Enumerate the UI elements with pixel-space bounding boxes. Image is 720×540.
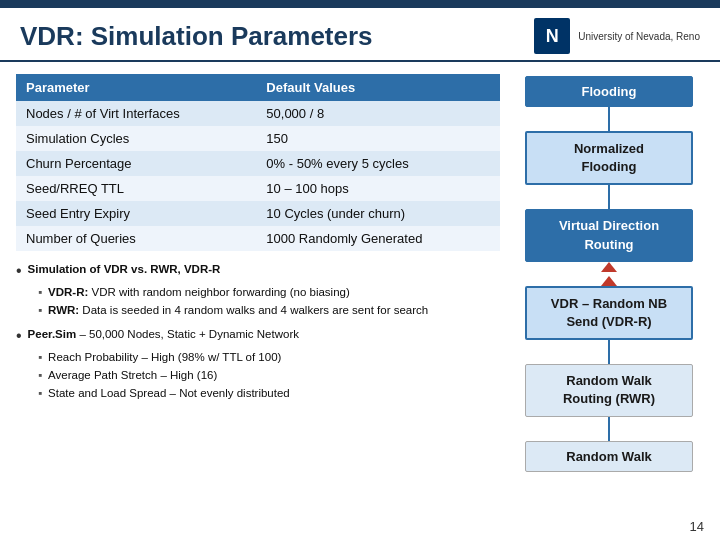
bullet-1-sub-2: ▪ RWR: Data is seeded in 4 random walks … <box>38 302 500 319</box>
main-content: Parameter Default Values Nodes / # of Vi… <box>0 62 720 540</box>
header: VDR: Simulation Parameters N University … <box>0 8 720 62</box>
bullet-2-sub-1-text: Reach Probability – High (98% w/ TTL of … <box>48 349 281 366</box>
box-vdr-r: VDR – Random NBSend (VDR-R) <box>525 286 693 340</box>
sub-dash-3: ▪ <box>38 349 42 366</box>
box-rwr: Random WalkRouting (RWR) <box>525 364 693 416</box>
param-name: Seed/RREQ TTL <box>16 176 256 201</box>
box-flooding: Flooding <box>525 76 693 107</box>
bullet-2: • Peer.Sim – 50,000 Nodes, Static + Dyna… <box>16 326 500 345</box>
page-number: 14 <box>690 519 704 534</box>
box-random-walk: Random Walk <box>525 441 693 472</box>
bullet-dot-2: • <box>16 326 22 345</box>
bullet-dot-1: • <box>16 261 22 280</box>
table-row: Churn Percentage0% - 50% every 5 cycles <box>16 151 500 176</box>
bullet-2-sub-3: ▪ State and Load Spread – Not evenly dis… <box>38 385 500 402</box>
bullet-1-sub-1-text: VDR-R: VDR with random neighbor forwardi… <box>48 284 350 301</box>
dotted-line-3 <box>608 185 610 197</box>
dotted-line-7 <box>608 417 610 429</box>
table-row: Nodes / # of Virt Interfaces50,000 / 8 <box>16 101 500 126</box>
bullet-1-sub-1: ▪ VDR-R: VDR with random neighbor forwar… <box>38 284 500 301</box>
bullet-1-sub-2-text: RWR: Data is seeded in 4 random walks an… <box>48 302 428 319</box>
param-value: 50,000 / 8 <box>256 101 500 126</box>
arrow-up-1 <box>601 262 617 272</box>
param-name: Churn Percentage <box>16 151 256 176</box>
university-logo: N <box>534 18 570 54</box>
bullet-2-text: Peer.Sim – 50,000 Nodes, Static + Dynami… <box>28 326 299 345</box>
bullet-2-sub-3-text: State and Load Spread – Not evenly distr… <box>48 385 290 402</box>
university-name: University of Nevada, Reno <box>578 30 700 43</box>
bullet-2-sub-2: ▪ Average Path Stretch – High (16) <box>38 367 500 384</box>
dotted-line-5 <box>608 340 610 352</box>
dotted-line-6 <box>608 352 610 364</box>
param-name: Seed Entry Expiry <box>16 201 256 226</box>
param-name: Simulation Cycles <box>16 126 256 151</box>
param-value: 10 – 100 hops <box>256 176 500 201</box>
table-row: Simulation Cycles150 <box>16 126 500 151</box>
dotted-line-1 <box>608 107 610 119</box>
bullets-section: • Simulation of VDR vs. RWR, VDR-R ▪ VDR… <box>16 261 500 404</box>
col-header-parameter: Parameter <box>16 74 256 101</box>
param-name: Nodes / # of Virt Interfaces <box>16 101 256 126</box>
sub-dash-4: ▪ <box>38 367 42 384</box>
arrow-up-2 <box>601 276 617 286</box>
table-row: Seed Entry Expiry10 Cycles (under churn) <box>16 201 500 226</box>
page-title: VDR: Simulation Parameters <box>20 21 373 52</box>
param-value: 0% - 50% every 5 cycles <box>256 151 500 176</box>
table-row: Number of Queries1000 Randomly Generated <box>16 226 500 251</box>
box-vdr: Virtual DirectionRouting <box>525 209 693 261</box>
col-header-default: Default Values <box>256 74 500 101</box>
dotted-line-2 <box>608 119 610 131</box>
left-section: Parameter Default Values Nodes / # of Vi… <box>16 74 500 530</box>
dotted-line-4 <box>608 197 610 209</box>
box-normalized-flooding: NormalizedFlooding <box>525 131 693 185</box>
bullet-1: • Simulation of VDR vs. RWR, VDR-R <box>16 261 500 280</box>
param-value: 10 Cycles (under churn) <box>256 201 500 226</box>
bullet-2-sub-2-text: Average Path Stretch – High (16) <box>48 367 217 384</box>
param-value: 150 <box>256 126 500 151</box>
dotted-line-8 <box>608 429 610 441</box>
sub-dash-1: ▪ <box>38 284 42 301</box>
diagram-section: Flooding NormalizedFlooding Virtual Dire… <box>514 74 704 530</box>
bullet-1-text: Simulation of VDR vs. RWR, VDR-R <box>28 261 221 280</box>
logo-area: N University of Nevada, Reno <box>534 18 700 54</box>
sub-dash-2: ▪ <box>38 302 42 319</box>
table-row: Seed/RREQ TTL10 – 100 hops <box>16 176 500 201</box>
param-value: 1000 Randomly Generated <box>256 226 500 251</box>
param-name: Number of Queries <box>16 226 256 251</box>
parameters-table: Parameter Default Values Nodes / # of Vi… <box>16 74 500 251</box>
bullet-2-sub-1: ▪ Reach Probability – High (98% w/ TTL o… <box>38 349 500 366</box>
sub-dash-5: ▪ <box>38 385 42 402</box>
top-bar <box>0 0 720 8</box>
